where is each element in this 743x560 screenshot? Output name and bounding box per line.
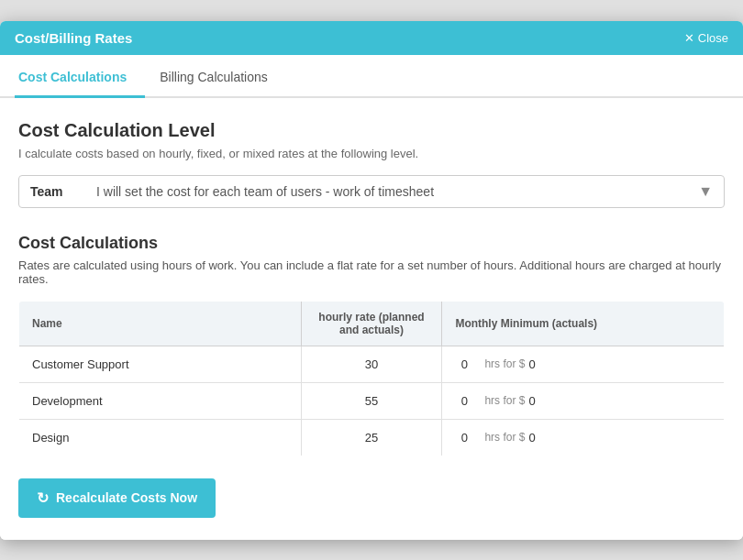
hrs-for-label-2: hrs for $ — [484, 431, 525, 444]
col-header-name: Name — [19, 301, 302, 346]
cell-min-0: 0 hrs for $ 0 — [442, 346, 725, 382]
tab-billing-calculations[interactable]: Billing Calculations — [156, 55, 286, 98]
modal-title: Cost/Billing Rates — [15, 30, 132, 46]
tab-cost-calculations[interactable]: Cost Calculations — [15, 55, 145, 98]
cell-min-hrs-0: 0 — [455, 357, 473, 371]
hrs-for-label-0: hrs for $ — [484, 357, 525, 370]
modal-body: Cost Calculation Level I calculate costs… — [0, 98, 743, 540]
cost-calculation-level-desc: I calculate costs based on hourly, fixed… — [18, 147, 725, 160]
cell-min-hrs-1: 0 — [455, 394, 473, 408]
refresh-icon: ↻ — [37, 489, 49, 507]
cell-rate-1: 55 — [301, 382, 442, 419]
cost-calculation-level-title: Cost Calculation Level — [18, 120, 725, 141]
chevron-down-icon: ▼ — [698, 183, 713, 200]
table-header-row: Name hourly rate (planned and actuals) M… — [19, 301, 725, 346]
recalculate-label: Recalculate Costs Now — [56, 490, 197, 505]
cell-min-dollar-2: 0 — [528, 431, 543, 445]
cell-min-hrs-2: 0 — [455, 431, 473, 445]
cell-rate-2: 25 — [301, 419, 442, 456]
cell-min-1: 0 hrs for $ 0 — [442, 382, 725, 419]
dropdown-value: I will set the cost for each team of use… — [96, 184, 698, 199]
close-label: Close — [698, 31, 728, 45]
recalculate-button[interactable]: ↻ Recalculate Costs Now — [18, 478, 216, 518]
cell-min-dollar-1: 0 — [528, 394, 543, 408]
dropdown-label: Team — [30, 184, 85, 199]
table-row: Design 25 0 hrs for $ 0 — [19, 419, 725, 456]
cell-name-0: Customer Support — [19, 346, 302, 382]
hrs-for-label-1: hrs for $ — [484, 394, 525, 407]
team-dropdown[interactable]: Team I will set the cost for each team o… — [18, 175, 725, 208]
cost-calculations-table: Name hourly rate (planned and actuals) M… — [18, 301, 725, 456]
cell-name-2: Design — [19, 419, 302, 456]
col-header-rate: hourly rate (planned and actuals) — [301, 301, 442, 346]
close-icon: ✕ — [684, 31, 694, 45]
cell-min-2: 0 hrs for $ 0 — [442, 419, 725, 456]
cost-calculations-desc: Rates are calculated using hours of work… — [18, 258, 725, 286]
tab-bar: Cost Calculations Billing Calculations — [0, 55, 743, 98]
modal-header: Cost/Billing Rates ✕ Close — [0, 21, 743, 55]
close-button[interactable]: ✕ Close — [684, 31, 728, 45]
cell-min-dollar-0: 0 — [528, 357, 543, 371]
table-row: Development 55 0 hrs for $ 0 — [19, 382, 725, 419]
table-row: Customer Support 30 0 hrs for $ 0 — [19, 346, 725, 382]
cost-calculations-title: Cost Calculations — [18, 234, 725, 253]
col-header-min: Monthly Minimum (actuals) — [442, 301, 725, 346]
modal-container: Cost/Billing Rates ✕ Close Cost Calculat… — [0, 21, 743, 540]
cell-rate-0: 30 — [301, 346, 442, 382]
cell-name-1: Development — [19, 382, 302, 419]
